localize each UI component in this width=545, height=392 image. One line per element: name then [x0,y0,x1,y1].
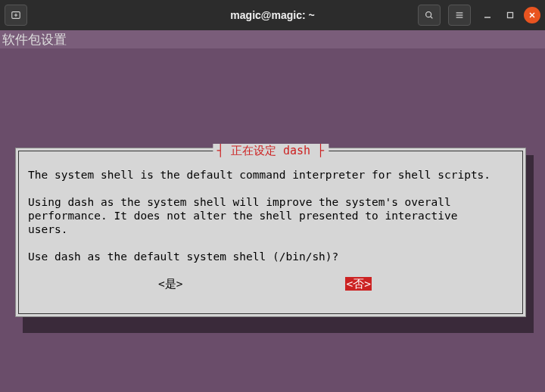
dialog-line: The system shell is the default command … [28,169,490,181]
terminal-body[interactable]: 软件包设置 ┤ 正在设定 dash ├ The system shell is … [0,30,545,392]
package-config-header: 软件包设置 [0,30,545,48]
yes-button[interactable]: <是> [158,277,182,291]
dialog-buttons: <是> <否> [28,277,513,291]
dialog-line: users. [28,223,67,235]
dialog-line: Use dash as the default system shell (/b… [28,250,338,263]
maximize-icon [506,11,515,20]
terminal-window: magic@magic: ~ [0,0,545,392]
close-icon [528,11,536,19]
minimize-icon [483,11,492,20]
titlebar-left [5,5,30,26]
minimize-button[interactable] [478,6,497,24]
debconf-dialog: ┤ 正在设定 dash ├ The system shell is the de… [15,148,526,317]
search-icon [424,10,434,20]
dialog-frame: ┤ 正在设定 dash ├ The system shell is the de… [18,151,523,314]
dialog-line: Using dash as the system shell will impr… [28,196,451,208]
dialog-line: performance. It does not alter the shell… [28,210,457,222]
svg-line-4 [431,17,433,19]
dialog-text: The system shell is the default command … [28,168,513,263]
dialog-title: ┤ 正在设定 dash ├ [213,144,329,157]
close-button[interactable] [524,7,540,23]
window-title: magic@magic: ~ [230,9,314,21]
titlebar: magic@magic: ~ [0,0,545,30]
hamburger-icon [454,10,465,20]
maximize-button[interactable] [501,6,519,24]
titlebar-right [418,5,540,26]
new-tab-button[interactable] [5,5,27,26]
svg-rect-9 [508,13,513,18]
svg-point-3 [426,12,431,17]
menu-button[interactable] [448,5,471,26]
no-button[interactable]: <否> [345,277,371,291]
search-button[interactable] [418,5,441,26]
new-tab-icon [11,10,21,20]
